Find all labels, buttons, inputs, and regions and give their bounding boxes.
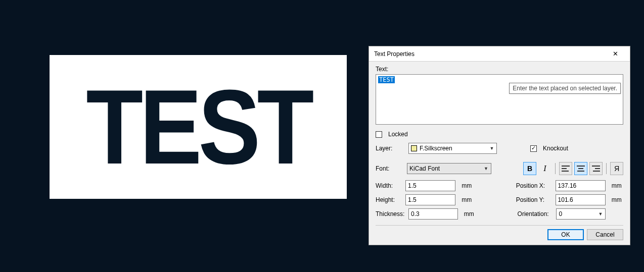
layer-label: Layer: bbox=[376, 145, 404, 152]
dialog-titlebar[interactable]: Text Properties ✕ bbox=[369, 46, 630, 62]
align-center-button[interactable] bbox=[574, 162, 587, 175]
preview-text: TEST bbox=[86, 74, 310, 180]
layer-row: Layer: F.Silkscreen ▼ Knockout bbox=[376, 143, 623, 154]
text-style-toolbar: B I R bbox=[523, 162, 623, 175]
silkscreen-preview: TEST bbox=[50, 55, 347, 199]
layer-value: F.Silkscreen bbox=[420, 145, 452, 152]
align-left-button[interactable] bbox=[559, 162, 572, 175]
close-button[interactable]: ✕ bbox=[604, 46, 627, 62]
text-textarea[interactable]: TEST Enter the text placed on selected l… bbox=[376, 74, 623, 125]
posy-unit: mm bbox=[612, 196, 623, 203]
posy-input[interactable]: 101.6 bbox=[556, 194, 606, 205]
knockout-label: Knockout bbox=[543, 145, 568, 152]
align-right-button[interactable] bbox=[589, 162, 603, 175]
chevron-down-icon: ▼ bbox=[596, 209, 605, 219]
layer-swatch bbox=[411, 145, 417, 151]
dialog-footer: OK Cancel bbox=[547, 229, 623, 240]
bold-button[interactable]: B bbox=[523, 162, 536, 175]
locked-label: Locked bbox=[388, 131, 408, 138]
thickness-label: Thickness: bbox=[376, 210, 404, 217]
height-label: Height: bbox=[376, 196, 401, 203]
orientation-label: Orientation: bbox=[518, 210, 553, 217]
text-tooltip: Enter the text placed on selected layer. bbox=[509, 83, 621, 94]
text-field-label: Text: bbox=[376, 66, 623, 73]
font-label: Font: bbox=[376, 165, 403, 172]
mirror-button[interactable]: R bbox=[610, 162, 623, 175]
knockout-checkbox[interactable] bbox=[530, 145, 537, 152]
locked-row: Locked bbox=[376, 131, 623, 138]
dialog-content: Text: TEST Enter the text placed on sele… bbox=[369, 62, 630, 222]
font-combo[interactable]: KiCad Font ▼ bbox=[407, 163, 491, 174]
cancel-button[interactable]: Cancel bbox=[587, 229, 623, 240]
width-input[interactable]: 1.5 bbox=[405, 180, 455, 191]
dialog-title: Text Properties bbox=[374, 50, 604, 58]
chevron-down-icon: ▼ bbox=[482, 164, 491, 174]
align-center-icon bbox=[577, 166, 585, 172]
thickness-input[interactable]: 0.3 bbox=[408, 208, 458, 220]
height-unit: mm bbox=[462, 196, 473, 203]
width-label: Width: bbox=[376, 182, 401, 189]
posx-unit: mm bbox=[612, 182, 623, 189]
thickness-unit: mm bbox=[464, 210, 476, 217]
locked-checkbox[interactable] bbox=[376, 131, 382, 138]
posy-label: Position Y: bbox=[516, 196, 551, 203]
text-properties-dialog: Text Properties ✕ Text: TEST Enter the t… bbox=[369, 46, 630, 245]
posx-input[interactable]: 137.16 bbox=[556, 180, 606, 191]
ok-button[interactable]: OK bbox=[547, 229, 584, 240]
orientation-combo[interactable]: 0 ▼ bbox=[556, 208, 606, 220]
italic-button[interactable]: I bbox=[538, 162, 551, 175]
divider bbox=[376, 225, 623, 226]
layer-combo[interactable]: F.Silkscreen ▼ bbox=[408, 143, 497, 154]
text-value-selected: TEST bbox=[378, 76, 395, 83]
font-value: KiCad Font bbox=[409, 165, 440, 172]
mirror-icon: R bbox=[614, 165, 619, 173]
height-input[interactable]: 1.5 bbox=[405, 194, 455, 205]
chevron-down-icon: ▼ bbox=[487, 143, 496, 153]
separator bbox=[555, 163, 556, 174]
close-icon: ✕ bbox=[613, 50, 618, 58]
align-left-icon bbox=[562, 166, 570, 172]
align-right-icon bbox=[592, 166, 600, 172]
font-row: Font: KiCad Font ▼ B I R bbox=[376, 162, 623, 175]
posx-label: Position X: bbox=[516, 182, 551, 189]
separator bbox=[606, 163, 607, 174]
width-unit: mm bbox=[462, 182, 473, 189]
